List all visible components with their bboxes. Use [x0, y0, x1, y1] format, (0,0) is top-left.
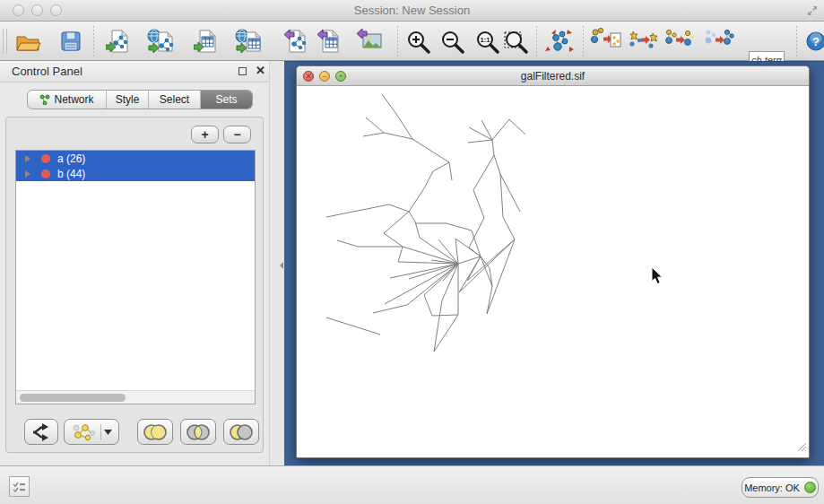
- tab-style[interactable]: Style: [107, 91, 149, 109]
- network-edge[interactable]: [389, 204, 409, 212]
- help-icon[interactable]: ?: [800, 26, 824, 56]
- zoom-out-icon[interactable]: [436, 26, 468, 56]
- network-window[interactable]: ✕ − + galFiltered.sif: [296, 65, 810, 458]
- network-edge[interactable]: [432, 315, 458, 316]
- export-table-icon[interactable]: [314, 26, 346, 56]
- sets-operations-dropdown[interactable]: [64, 419, 119, 445]
- intersect-sets-button[interactable]: [180, 419, 216, 445]
- tab-sets[interactable]: Sets: [201, 91, 252, 109]
- network-edge[interactable]: [503, 217, 515, 239]
- import-network-web-icon[interactable]: [145, 26, 178, 56]
- network-edge[interactable]: [384, 233, 403, 247]
- float-panel-icon[interactable]: [239, 67, 247, 75]
- new-network-from-selection-icon[interactable]: [590, 26, 622, 56]
- task-history-button[interactable]: [9, 476, 30, 497]
- network-edge[interactable]: [494, 155, 500, 174]
- tab-select[interactable]: Select: [149, 91, 201, 109]
- export-network-icon[interactable]: [281, 26, 313, 56]
- network-edge[interactable]: [385, 264, 458, 304]
- network-edge[interactable]: [398, 247, 403, 262]
- svg-text:1:1: 1:1: [481, 36, 490, 44]
- network-edge[interactable]: [363, 133, 384, 136]
- network-edge[interactable]: [398, 117, 412, 139]
- split-sets-button[interactable]: [24, 419, 58, 445]
- new-network-sel-edges-icon[interactable]: [664, 26, 696, 56]
- export-image-icon[interactable]: [354, 26, 386, 56]
- save-session-icon[interactable]: [55, 26, 87, 56]
- apply-layout-icon[interactable]: [543, 26, 576, 56]
- network-edge[interactable]: [382, 94, 398, 117]
- network-edge[interactable]: [449, 162, 452, 180]
- network-edge[interactable]: [415, 222, 420, 238]
- network-edge[interactable]: [433, 162, 449, 171]
- network-edge[interactable]: [384, 133, 412, 139]
- import-table-file-icon[interactable]: [191, 26, 223, 56]
- union-sets-button[interactable]: [137, 419, 173, 445]
- zoom-selected-icon[interactable]: [499, 26, 532, 56]
- network-edge[interactable]: [455, 239, 481, 256]
- window-title: Session: New Session: [0, 0, 824, 22]
- hscrollbar-thumb[interactable]: [20, 394, 126, 402]
- network-edge[interactable]: [447, 223, 472, 230]
- network-edge[interactable]: [409, 188, 424, 212]
- zoom-in-icon[interactable]: [402, 26, 434, 56]
- network-edge[interactable]: [473, 190, 484, 218]
- import-network-file-icon[interactable]: [103, 26, 135, 56]
- network-edge[interactable]: [366, 117, 384, 133]
- network-edge[interactable]: [469, 218, 484, 248]
- toolbar-separator: [796, 26, 797, 56]
- network-edge[interactable]: [492, 119, 509, 140]
- network-edge[interactable]: [390, 264, 458, 278]
- network-edge[interactable]: [468, 140, 492, 143]
- network-edge[interactable]: [326, 204, 389, 217]
- zoom-fit-icon[interactable]: 1:1: [471, 26, 503, 56]
- network-edge[interactable]: [509, 119, 525, 135]
- sets-list-hscrollbar[interactable]: [16, 390, 255, 404]
- network-edge[interactable]: [500, 174, 503, 217]
- network-edge[interactable]: [487, 286, 492, 314]
- network-edge[interactable]: [326, 317, 380, 335]
- network-edge[interactable]: [424, 171, 433, 188]
- network-edge[interactable]: [424, 295, 432, 316]
- network-edge[interactable]: [412, 139, 449, 162]
- open-session-icon[interactable]: [12, 26, 44, 56]
- add-set-button[interactable]: +: [191, 126, 219, 143]
- import-table-web-icon[interactable]: [233, 26, 265, 56]
- difference-sets-button[interactable]: [223, 419, 259, 445]
- toolbar-separator: [583, 26, 584, 56]
- network-edge[interactable]: [492, 140, 494, 155]
- expand-set-icon[interactable]: [25, 155, 30, 162]
- network-edge[interactable]: [438, 239, 458, 264]
- set-list-item[interactable]: b (44): [16, 166, 255, 181]
- new-network-visible-icon[interactable]: [703, 26, 735, 56]
- network-edge[interactable]: [409, 212, 415, 222]
- network-edge[interactable]: [434, 315, 458, 352]
- expand-set-icon[interactable]: [25, 170, 30, 178]
- window-titlebar[interactable]: Session: New Session: [0, 0, 824, 22]
- collapse-panel-icon[interactable]: [280, 262, 283, 269]
- network-edge[interactable]: [384, 212, 409, 233]
- network-edge[interactable]: [407, 264, 458, 305]
- network-edge[interactable]: [420, 238, 458, 264]
- remove-set-button[interactable]: −: [223, 126, 251, 143]
- toolbar-drag-handle[interactable]: [3, 29, 7, 54]
- resize-grip-icon[interactable]: [795, 439, 807, 456]
- network-edge[interactable]: [500, 174, 520, 212]
- tab-network[interactable]: Network: [28, 91, 107, 109]
- memory-status-button[interactable]: Memory: OK: [742, 477, 819, 498]
- network-edge[interactable]: [434, 300, 442, 352]
- network-canvas[interactable]: [298, 86, 809, 457]
- close-panel-icon[interactable]: ✕: [256, 64, 265, 77]
- network-edge[interactable]: [373, 305, 407, 313]
- set-list-item[interactable]: a (26): [16, 151, 255, 166]
- network-edge[interactable]: [473, 155, 494, 190]
- network-edge[interactable]: [403, 247, 458, 264]
- network-edge[interactable]: [455, 239, 458, 264]
- network-edge[interactable]: [337, 240, 358, 247]
- new-network-sel-nodes-icon[interactable]: [628, 26, 660, 56]
- panel-divider[interactable]: [269, 61, 284, 465]
- network-window-titlebar[interactable]: ✕ − + galFiltered.sif: [297, 66, 809, 86]
- network-edge[interactable]: [442, 264, 458, 300]
- main-toolbar: 1:1?: [0, 22, 824, 61]
- fullscreen-icon[interactable]: [805, 4, 820, 22]
